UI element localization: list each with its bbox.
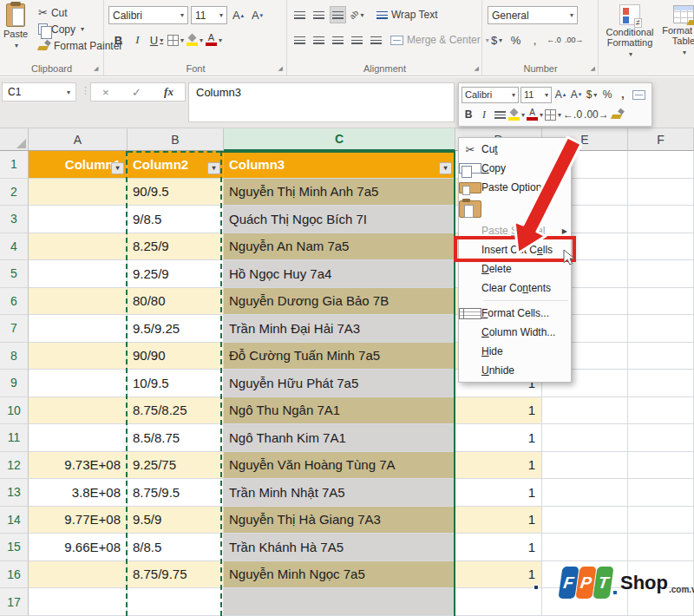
cell-B12[interactable]: 9.25/75	[128, 452, 224, 480]
mini-grow-font-button[interactable]: A	[553, 87, 567, 103]
row-header-3[interactable]: 3	[0, 206, 29, 233]
cell-C12[interactable]: Nguyễn Văn Hoàng Tùng 7A	[224, 452, 455, 480]
cell-F5[interactable]	[628, 260, 694, 288]
borders-button[interactable]: ▾	[167, 31, 184, 49]
cell-F3[interactable]	[628, 206, 694, 233]
mini-fill-color-button[interactable]: ▾	[508, 107, 525, 123]
insert-function-button[interactable]: fx	[164, 85, 174, 99]
cell-D11[interactable]: 1	[455, 424, 542, 452]
row-header-11[interactable]: 11	[0, 424, 29, 452]
cell-B16[interactable]: 8.75/9.75	[128, 561, 224, 589]
number-format-select[interactable]: General▾	[488, 6, 578, 24]
cell-A3[interactable]	[29, 206, 128, 233]
cell-A11[interactable]	[29, 424, 128, 452]
cell-F2[interactable]	[628, 179, 694, 206]
bold-button[interactable]: B	[110, 31, 127, 49]
cell-D13[interactable]: 1	[455, 479, 542, 507]
italic-button[interactable]: I	[129, 31, 146, 49]
increase-decimal-button[interactable]: ←.0	[546, 31, 562, 49]
mini-currency-button[interactable]: $▾	[585, 87, 599, 103]
cell-C3[interactable]: Quách Thị Ngọc Bích 7I	[224, 206, 455, 233]
mini-bold-button[interactable]: B	[462, 107, 475, 123]
filter-button[interactable]: ▾	[207, 162, 220, 174]
row-header-4[interactable]: 4	[0, 233, 29, 261]
menu-item-paste[interactable]	[459, 197, 571, 221]
fill-color-button[interactable]: ▾	[187, 31, 203, 49]
cell-A7[interactable]	[29, 315, 128, 343]
cell-A8[interactable]	[29, 343, 128, 370]
menu-item-delete[interactable]: Delete	[459, 259, 571, 279]
cell-B11[interactable]: 8.5/8.75	[128, 424, 224, 452]
cell-F4[interactable]	[628, 233, 694, 261]
align-bottom-button[interactable]	[330, 6, 346, 23]
comma-button[interactable]: ,	[527, 31, 543, 49]
cell-C9[interactable]: Nguyễn Hữu Phát 7a5	[224, 370, 455, 397]
cell-A12[interactable]: 9.73E+08	[29, 452, 128, 480]
menu-item-hide[interactable]: Hide	[459, 342, 571, 361]
cell-D14[interactable]: 1	[455, 507, 542, 534]
cell-B13[interactable]: 8.75/9.5	[128, 479, 224, 507]
cell-A13[interactable]: 3.8E+08	[29, 479, 128, 507]
mini-percent-button[interactable]: %	[600, 87, 614, 103]
row-header-13[interactable]: 13	[0, 479, 29, 507]
align-center-button[interactable]	[311, 31, 327, 49]
fill-handle[interactable]	[534, 585, 539, 590]
currency-button[interactable]: $▾	[488, 31, 505, 49]
cell-C6[interactable]: Nguyễn Dương Gia Bảo 7B	[224, 288, 455, 316]
clipboard-dialog-launcher-icon[interactable]	[94, 65, 98, 72]
mini-comma-button[interactable]: ,	[616, 87, 630, 103]
shrink-font-button[interactable]: A	[249, 7, 265, 24]
mini-font-color-button[interactable]: A▾	[527, 107, 543, 123]
mini-decrease-decimal-button[interactable]: .00→	[584, 107, 609, 123]
cell-B15[interactable]: 8/8.5	[128, 534, 224, 561]
decrease-decimal-button[interactable]: .00→	[565, 31, 584, 49]
decrease-indent-button[interactable]	[349, 31, 365, 49]
cell-A6[interactable]	[29, 288, 128, 316]
cell-D16[interactable]: 1	[455, 561, 542, 589]
paste-button[interactable]: Paste ▾	[3, 3, 28, 51]
font-size-select[interactable]: 11▾	[191, 6, 227, 24]
cell-B10[interactable]: 8.75/8.25	[128, 397, 224, 425]
menu-item-clear-contents[interactable]: Clear Contents	[459, 279, 571, 298]
formula-bar-input[interactable]: Column3	[188, 82, 455, 122]
menu-item-unhide[interactable]: Unhide	[459, 361, 571, 380]
cell-B1[interactable]: Column2▾	[128, 151, 224, 179]
cell-C15[interactable]: Trần Khánh Hà 7A5	[224, 534, 455, 561]
row-header-9[interactable]: 9	[0, 370, 29, 397]
filter-button[interactable]: ▾	[111, 162, 124, 174]
grow-font-button[interactable]: A	[230, 7, 246, 24]
wrap-text-button[interactable]: Wrap Text	[375, 7, 440, 23]
cell-C1[interactable]: Column3▾	[224, 151, 455, 179]
cell-E14[interactable]	[542, 507, 628, 534]
font-color-button[interactable]: A▾	[206, 31, 222, 49]
mini-italic-button[interactable]: I	[477, 107, 491, 123]
row-header-15[interactable]: 15	[0, 534, 29, 561]
cell-C10[interactable]: Ngô Thu Ngân 7A1	[224, 397, 455, 425]
cell-F11[interactable]	[628, 424, 694, 452]
cell-A2[interactable]	[29, 179, 128, 206]
align-middle-button[interactable]	[311, 6, 327, 23]
cell-A10[interactable]	[29, 397, 128, 425]
cell-C14[interactable]: Nguyễn Thị Hà Giang 7A3	[224, 507, 455, 534]
cell-F15[interactable]	[628, 534, 694, 561]
cell-A1[interactable]: Column1▾	[29, 151, 128, 179]
cancel-button[interactable]: ×	[102, 86, 109, 99]
cell-B17[interactable]	[128, 588, 224, 616]
mini-merge-button[interactable]	[632, 87, 645, 103]
cell-F12[interactable]	[628, 452, 694, 480]
row-header-7[interactable]: 7	[0, 315, 29, 343]
cell-A17[interactable]	[29, 588, 128, 616]
cell-F9[interactable]	[628, 370, 694, 397]
cell-C17[interactable]	[224, 588, 455, 616]
cell-E13[interactable]	[542, 479, 628, 507]
align-left-button[interactable]	[291, 31, 308, 49]
row-header-2[interactable]: 2	[0, 179, 29, 206]
align-right-button[interactable]	[330, 31, 346, 49]
cell-C8[interactable]: Đỗ Cường Tuấn Minh 7a5	[224, 343, 455, 370]
mini-format-painter-button[interactable]	[611, 107, 625, 123]
cell-C11[interactable]: Ngô Thanh Kim 7A1	[224, 424, 455, 452]
mini-font-size-select[interactable]: 11▾	[520, 87, 552, 103]
cell-E15[interactable]	[542, 534, 628, 561]
merge-center-button[interactable]: Merge & Center▾	[389, 32, 491, 49]
cell-B6[interactable]: 80/80	[128, 288, 224, 316]
